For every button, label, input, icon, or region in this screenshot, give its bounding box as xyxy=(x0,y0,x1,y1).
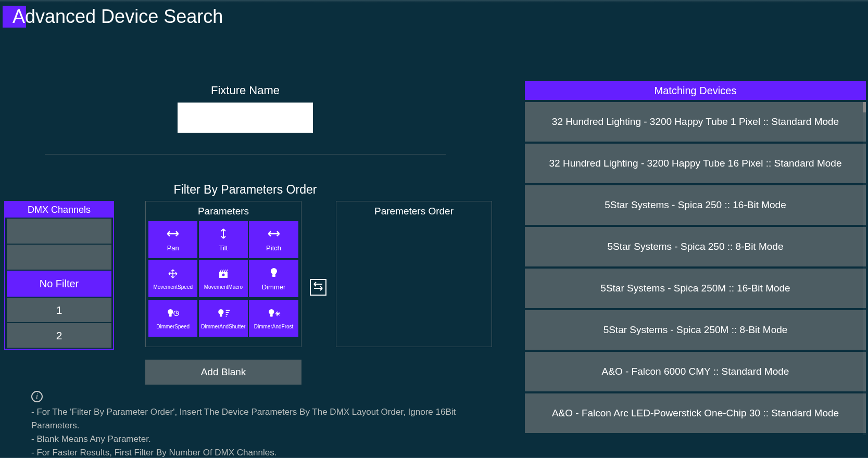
info-line: - Blank Means Any Parameter. xyxy=(31,432,469,446)
param-label: DimmerSpeed xyxy=(156,324,190,329)
param-label: Pitch xyxy=(266,244,281,252)
param-label: Tilt xyxy=(219,244,228,252)
dmx-channel-option-1[interactable]: 1 xyxy=(7,298,111,322)
matching-devices-panel: Matching Devices 32 Hundred Lighting - 3… xyxy=(525,81,866,435)
title-bar: Advanced Device Search xyxy=(0,1,868,28)
page-title: Advanced Device Search xyxy=(12,6,223,28)
parameters-panel: Parameters Pan Tilt Pitch xyxy=(145,201,301,347)
filter-by-parameters-heading: Filter By Parameters Order xyxy=(45,183,446,197)
device-row[interactable]: 5Star Systems - Spica 250 :: 8-Bit Mode xyxy=(525,227,866,266)
param-tile-dimmer[interactable]: Dimmer xyxy=(249,260,298,297)
pitch-icon xyxy=(267,227,281,242)
dmx-channels-panel: DMX Channels No Filter 1 2 xyxy=(4,201,114,350)
device-row[interactable]: A&O - Falcon Arc LED-Powerstick One-Chip… xyxy=(525,393,866,433)
dmx-blank-row[interactable] xyxy=(7,219,111,244)
param-label: Dimmer xyxy=(262,283,286,291)
device-row[interactable]: 32 Hundred Lighting - 3200 Happy Tube 1 … xyxy=(525,102,866,142)
svg-point-1 xyxy=(222,274,224,276)
window-top-edge xyxy=(0,0,868,3)
dimmer-and-frost-icon xyxy=(267,307,281,322)
add-blank-button[interactable]: Add Blank xyxy=(145,360,301,385)
parameters-order-panel[interactable]: Paremeters Order xyxy=(336,201,492,347)
svg-rect-8 xyxy=(220,314,222,317)
device-row[interactable]: 5Star Systems - Spica 250M :: 16-Bit Mod… xyxy=(525,269,866,308)
svg-rect-5 xyxy=(169,314,172,317)
parameters-grid: Pan Tilt Pitch MovementSpeed xyxy=(146,221,301,338)
info-line: - For Faster Results, First Filter By Nu… xyxy=(31,446,469,458)
dimmer-speed-icon xyxy=(166,307,180,322)
svg-rect-10 xyxy=(270,314,273,317)
dimmer-icon xyxy=(267,266,281,281)
param-label: DimmerAndShutter xyxy=(201,324,245,329)
param-label: Pan xyxy=(167,244,179,252)
tilt-icon xyxy=(216,227,231,242)
scrollbar-thumb[interactable] xyxy=(863,102,866,112)
device-row[interactable]: A&O - Falcon 6000 CMY :: Standard Mode xyxy=(525,352,866,391)
param-tile-tilt[interactable]: Tilt xyxy=(199,221,248,258)
dimmer-and-shutter-icon xyxy=(216,307,231,322)
parameters-order-header: Paremeters Order xyxy=(336,201,492,221)
dmx-no-filter-button[interactable]: No Filter xyxy=(7,271,111,297)
movement-speed-icon xyxy=(166,268,180,282)
dmx-channel-option-2[interactable]: 2 xyxy=(7,323,111,348)
device-row[interactable]: 5Star Systems - Spica 250 :: 16-Bit Mode xyxy=(525,185,866,225)
svg-point-4 xyxy=(168,309,173,314)
param-label: MovementMacro xyxy=(204,284,243,290)
pan-icon xyxy=(166,227,180,242)
param-tile-pan[interactable]: Pan xyxy=(148,221,197,258)
param-tile-dimmer-and-shutter[interactable]: DimmerAndShutter xyxy=(199,300,248,337)
param-label: MovementSpeed xyxy=(153,284,193,290)
left-region: Fixture Name Filter By Parameters Order … xyxy=(0,32,479,453)
param-tile-pitch[interactable]: Pitch xyxy=(249,221,298,258)
param-tile-movement-speed[interactable]: MovementSpeed xyxy=(148,260,197,297)
info-icon: i xyxy=(31,391,43,402)
swap-icon xyxy=(311,280,325,295)
svg-rect-3 xyxy=(272,274,275,277)
param-label: DimmerAndFrost xyxy=(254,324,294,329)
dmx-channels-header: DMX Channels xyxy=(5,202,113,218)
section-divider xyxy=(45,154,446,155)
dmx-blank-row[interactable] xyxy=(7,245,111,270)
info-line: - For The 'Filter By Parameter Order', I… xyxy=(31,405,469,432)
device-row[interactable]: 32 Hundred Lighting - 3200 Happy Tube 16… xyxy=(525,144,866,183)
fixture-name-input[interactable] xyxy=(178,103,313,133)
param-tile-dimmer-speed[interactable]: DimmerSpeed xyxy=(148,300,197,337)
param-tile-dimmer-and-frost[interactable]: DimmerAndFrost xyxy=(249,300,298,337)
device-row[interactable]: 5Star Systems - Spica 250M :: 8-Bit Mode xyxy=(525,310,866,350)
info-section: i - For The 'Filter By Parameter Order',… xyxy=(31,391,469,458)
fixture-name-section: Fixture Name xyxy=(45,84,446,133)
swap-parameters-button[interactable] xyxy=(310,279,326,296)
param-tile-movement-macro[interactable]: MovementMacro xyxy=(199,260,248,297)
svg-point-7 xyxy=(218,309,223,314)
parameters-header: Parameters xyxy=(146,201,301,221)
fixture-name-label: Fixture Name xyxy=(45,84,446,97)
device-list-scrollbar[interactable] xyxy=(863,102,866,435)
matching-devices-header: Matching Devices xyxy=(525,81,866,100)
movement-macro-icon xyxy=(216,268,231,282)
svg-point-2 xyxy=(271,268,277,274)
svg-point-9 xyxy=(269,309,274,314)
